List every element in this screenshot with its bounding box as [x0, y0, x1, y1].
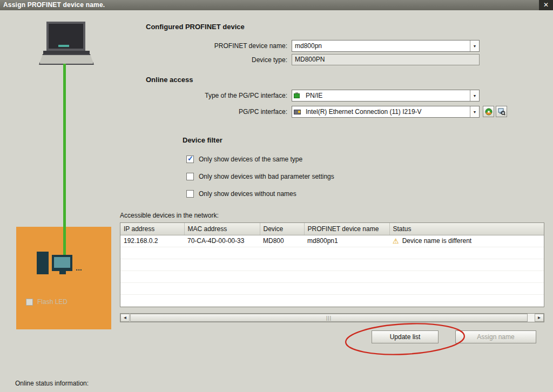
dialog-title: Assign PROFINET device name. [3, 1, 105, 9]
scrollbar-thumb[interactable]: ||| [130, 314, 528, 322]
cell-status[interactable]: ⚠ Device name is different [389, 235, 544, 247]
col-header-mac[interactable]: MAC address [184, 223, 260, 235]
filter-same-type-label: Only show devices of the same type [199, 156, 302, 163]
pgpc-interface-label: PG/PC interface: [239, 106, 287, 118]
chevron-down-icon[interactable]: ▼ [470, 106, 479, 117]
online-access-heading: Online access [146, 76, 193, 84]
pnie-network-icon [292, 90, 303, 101]
device-type-label: Device type: [252, 54, 287, 66]
col-header-ip[interactable]: IP address [120, 223, 184, 235]
device-monitor-icon [52, 255, 72, 271]
laptop-hinge [43, 51, 90, 54]
table-row[interactable] [120, 282, 544, 294]
flash-led-checkbox[interactable] [26, 299, 33, 306]
pgpc-interface-type-value[interactable]: PN/IE [303, 90, 470, 101]
check-icon: ✓ [187, 154, 193, 163]
network-adapter-icon [292, 106, 303, 117]
flash-led-row: Flash LED [26, 298, 68, 306]
close-icon[interactable]: ✕ [539, 0, 553, 10]
scrollbar-grip: ||| [326, 315, 332, 321]
table-row[interactable] [120, 294, 544, 306]
device-filter-heading: Device filter [183, 136, 222, 144]
ellipsis-icon: ... [76, 263, 82, 272]
filter-bad-params-checkbox[interactable] [186, 173, 194, 180]
col-header-status[interactable]: Status [389, 223, 544, 235]
network-cable [63, 64, 66, 259]
globe-icon [485, 108, 493, 116]
filter-bad-params-row: Only show devices with bad parameter set… [186, 173, 334, 180]
pgpc-interface-type-combobox[interactable]: PN/IE ▼ [292, 90, 480, 102]
table-row[interactable]: 192.168.0.2 70-CA-4D-00-00-33 MD800 md80… [120, 235, 544, 247]
horizontal-scrollbar[interactable]: ◄ ||| ► [120, 313, 544, 322]
table-row[interactable] [120, 271, 544, 282]
cell-device[interactable]: MD800 [260, 235, 304, 247]
table-row[interactable] [120, 259, 544, 271]
col-header-profinet-name[interactable]: PROFINET device name [304, 223, 389, 235]
device-monitor-stand [59, 271, 66, 274]
scrollbar-track-gap[interactable] [528, 314, 535, 322]
profinet-name-combobox[interactable]: md800pn ▼ [292, 40, 480, 52]
device-monitor-screen [54, 257, 70, 268]
pgpc-interface-combobox[interactable]: Intel(R) Ethernet Connection (11) I219-V… [292, 106, 480, 118]
filter-without-names-label: Only show devices without names [199, 190, 296, 198]
filter-without-names-row: Only show devices without names [186, 190, 296, 198]
device-type-field: MD800PN [292, 54, 480, 65]
filter-same-type-checkbox[interactable]: ✓ [186, 156, 194, 163]
cell-mac[interactable]: 70-CA-4D-00-00-33 [184, 235, 260, 247]
update-list-button[interactable]: Update list [372, 330, 439, 343]
filter-without-names-checkbox[interactable] [186, 190, 194, 198]
assign-name-button[interactable]: Assign name [455, 330, 536, 343]
laptop-icon [46, 22, 85, 51]
dialog-titlebar: Assign PROFINET device name. [0, 0, 553, 10]
status-text: Device name is different [402, 237, 472, 245]
flash-led-label: Flash LED [37, 298, 68, 306]
network-properties-button[interactable] [483, 106, 494, 117]
filter-bad-params-label: Only show devices with bad parameter set… [199, 173, 334, 180]
chevron-down-icon[interactable]: ▼ [470, 90, 479, 101]
cell-profinet-name[interactable]: md800pn1 [304, 235, 389, 247]
configured-device-heading: Configured PROFINET device [146, 23, 245, 31]
cell-ip[interactable]: 192.168.0.2 [120, 235, 184, 247]
device-tower-icon [37, 252, 49, 274]
profinet-name-value[interactable]: md800pn [292, 40, 470, 51]
table-header-row: IP address MAC address Device PROFINET d… [120, 223, 544, 235]
table-row[interactable] [120, 247, 544, 259]
monitor-magnifier-icon [498, 108, 505, 116]
devices-table-caption: Accessible devices in the network: [120, 212, 219, 219]
pgpc-interface-type-label: Type of the PG/PC interface: [205, 90, 287, 102]
pgpc-interface-value[interactable]: Intel(R) Ethernet Connection (11) I219-V [303, 106, 470, 117]
devices-table: IP address MAC address Device PROFINET d… [120, 222, 544, 307]
filter-same-type-row: ✓ Only show devices of the same type [186, 156, 302, 163]
scroll-left-icon[interactable]: ◄ [120, 314, 130, 322]
chevron-down-icon[interactable]: ▼ [470, 40, 479, 51]
laptop-screen-light [58, 45, 69, 47]
scroll-right-icon[interactable]: ► [535, 314, 544, 322]
laptop-base [39, 54, 94, 65]
profinet-name-label: PROFINET device name: [214, 40, 287, 52]
accessible-devices-button[interactable] [496, 106, 507, 117]
assign-profinet-dialog: Assign PROFINET device name. ✕ ... Flash… [0, 0, 553, 392]
online-status-label: Online status information: [15, 380, 89, 387]
col-header-device[interactable]: Device [260, 223, 304, 235]
warning-icon: ⚠ [393, 238, 399, 245]
